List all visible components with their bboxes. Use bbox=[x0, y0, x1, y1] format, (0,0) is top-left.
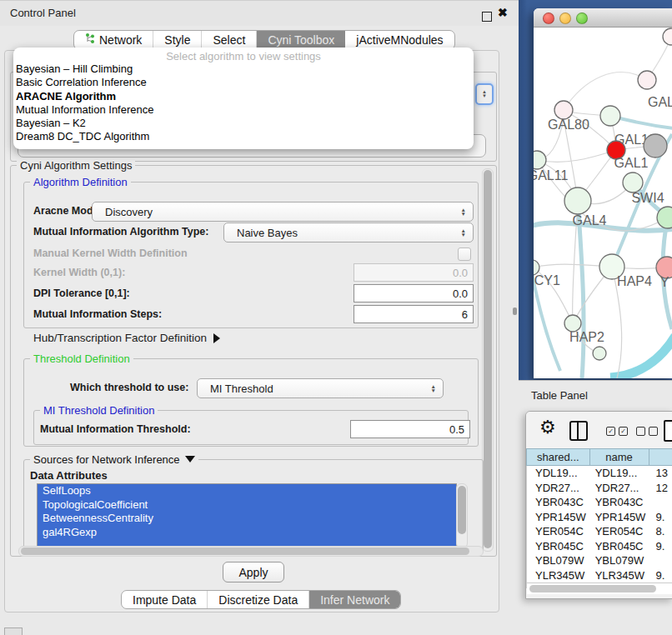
algorithm-option-dream8-dc-tdc-algorithm[interactable]: Dream8 DC_TDC Algorithm bbox=[13, 130, 474, 143]
table-row[interactable]: YDR27...YDR27...12 bbox=[527, 481, 672, 496]
network-node-gal80[interactable] bbox=[554, 101, 573, 119]
close-icon[interactable]: ✖ bbox=[498, 6, 508, 19]
algorithm-option-bayesian-hill-climbing[interactable]: Bayesian – Hill Climbing bbox=[13, 62, 474, 76]
table-row[interactable]: YPR145WYPR145W9. bbox=[527, 510, 672, 525]
algorithm-options-list: Bayesian – Hill ClimbingBasic Correlatio… bbox=[13, 62, 474, 144]
mi-threshold-field[interactable]: 0.5 bbox=[350, 420, 470, 438]
tab-network[interactable]: Network bbox=[74, 31, 153, 49]
algorithm-option-aracne-algorithm[interactable]: ARACNE Algorithm bbox=[13, 90, 474, 103]
mi-algorithm-type-label: Mutual Information Algorithm Type: bbox=[33, 222, 208, 241]
table-row[interactable]: YDL19...YDL19...13 bbox=[527, 466, 672, 481]
settings-horizontal-scrollbar[interactable] bbox=[18, 546, 484, 557]
column-header-name[interactable]: name bbox=[589, 448, 649, 466]
table-row[interactable]: YBR045CYBR045C9. bbox=[527, 539, 672, 554]
network-node[interactable] bbox=[644, 134, 667, 158]
data-attributes-list[interactable]: SelfLoopsTopologicalCoefficientBetweenne… bbox=[37, 483, 457, 548]
table-cell: YLR345W bbox=[590, 569, 649, 582]
subtab-infer-network[interactable]: Infer Network bbox=[309, 591, 400, 608]
settings-vertical-scrollbar[interactable] bbox=[482, 168, 494, 552]
column-header-2[interactable] bbox=[649, 448, 672, 466]
tab-select[interactable]: Select bbox=[202, 31, 257, 49]
minimize-traffic-icon[interactable] bbox=[559, 12, 571, 24]
tab-style[interactable]: Style bbox=[153, 31, 202, 49]
threshold-definition-title: Threshold Definition bbox=[30, 352, 133, 365]
which-threshold-label: Which threshold to use: bbox=[70, 378, 188, 397]
network-icon bbox=[85, 33, 95, 47]
table-row[interactable]: YLR345WYLR345W9. bbox=[527, 568, 672, 583]
subtab-impute-data[interactable]: Impute Data bbox=[122, 591, 208, 608]
kernel-width-label: Kernel Width (0,1): bbox=[33, 263, 125, 282]
expand-right-icon bbox=[213, 333, 220, 343]
screenshot-root: { "control_panel": { "title": "Control P… bbox=[0, 0, 672, 635]
attribute-item-selfloops[interactable]: SelfLoops bbox=[38, 484, 456, 498]
algorithm-dropdown-popup: Select algorithm to view settings Bayesi… bbox=[13, 48, 474, 149]
algorithm-combo-focus-ring[interactable]: ▲▼ bbox=[475, 83, 494, 105]
tab-cyni-toolbox[interactable]: Cyni Toolbox bbox=[257, 31, 345, 49]
table-panel-window: ⚙ ✓✓ shared...name YDL19...YDL19...13YDR… bbox=[525, 411, 672, 599]
table-row[interactable]: YER054CYER054C8. bbox=[527, 524, 672, 539]
select-all-icon[interactable]: ✓✓ bbox=[606, 427, 628, 436]
collapsed-panel-icon[interactable] bbox=[4, 628, 23, 635]
algorithm-option-bayesian-k2[interactable]: Bayesian – K2 bbox=[13, 117, 474, 130]
sources-group-title[interactable]: Sources for Network Inference bbox=[30, 453, 198, 466]
float-panel-icon[interactable] bbox=[482, 12, 492, 22]
data-attributes-label: Data Attributes bbox=[30, 467, 108, 485]
gear-icon[interactable]: ⚙ bbox=[539, 417, 556, 438]
network-node-gal10[interactable] bbox=[600, 106, 620, 126]
kernel-width-field[interactable]: 0.0 bbox=[354, 263, 474, 282]
node-label: GAL1 bbox=[614, 156, 649, 170]
mi-algorithm-type-select[interactable]: Naive Bayes ▲▼ bbox=[223, 222, 474, 242]
attribute-item-topologicalcoefficient[interactable]: TopologicalCoefficient bbox=[38, 498, 456, 512]
hub-definition-toggle[interactable]: Hub/Transcription Factor Definition bbox=[33, 332, 220, 344]
algorithm-definition-title: Algorithm Definition bbox=[30, 176, 131, 188]
mi-threshold-label: Mutual Information Threshold: bbox=[40, 420, 191, 438]
document-icon[interactable] bbox=[664, 420, 672, 442]
deselect-all-icon[interactable] bbox=[636, 427, 658, 436]
aracne-mode-select[interactable]: Discovery ▲▼ bbox=[92, 202, 474, 222]
which-threshold-select[interactable]: MI Threshold ▲▼ bbox=[197, 378, 444, 398]
table-cell: YER054C bbox=[527, 525, 590, 538]
attributes-scrollbar[interactable] bbox=[456, 483, 468, 548]
node-label: GAL4 bbox=[573, 213, 607, 228]
close-traffic-icon[interactable] bbox=[543, 12, 554, 24]
mi-threshold-group-title: MI Threshold Definition bbox=[40, 404, 158, 417]
tab-jactivemnodules[interactable]: jActiveMNodules bbox=[345, 31, 454, 49]
apply-button[interactable]: Apply bbox=[223, 562, 284, 582]
network-nodes: GALGAL80GAL10GAL1GAL11SWI4GAL4GCY1HAP4YH… bbox=[534, 28, 672, 360]
attribute-item-betweennesscentrality[interactable]: BetweennessCentrality bbox=[38, 512, 456, 526]
popup-placeholder: Select algorithm to view settings bbox=[13, 50, 474, 62]
network-node[interactable] bbox=[593, 347, 606, 360]
network-node[interactable] bbox=[663, 28, 672, 45]
network-node-swi4[interactable] bbox=[623, 172, 643, 192]
node-label: GCY1 bbox=[534, 273, 560, 288]
attribute-item-gal4rgexp[interactable]: gal4RGexp bbox=[38, 526, 456, 540]
dpi-tolerance-field[interactable]: 0.0 bbox=[354, 284, 474, 302]
node-label: Y bbox=[660, 275, 669, 289]
panel-divider-grip[interactable] bbox=[513, 308, 517, 315]
column-header-shared[interactable]: shared... bbox=[526, 448, 589, 466]
manual-kernel-width-label: Manual Kernel Width Definition bbox=[33, 244, 188, 262]
table-cell: 13 bbox=[649, 467, 672, 479]
table-horizontal-scrollbar[interactable] bbox=[527, 582, 672, 594]
mi-steps-field[interactable]: 6 bbox=[354, 305, 474, 323]
network-node-gal11[interactable] bbox=[534, 151, 546, 169]
combo-stepper-icon: ▲▼ bbox=[431, 384, 436, 392]
table-cell: YBR045C bbox=[527, 540, 590, 552]
network-window-titlebar[interactable] bbox=[534, 8, 672, 28]
algorithm-option-basic-correlation-inference[interactable]: Basic Correlation Inference bbox=[13, 76, 474, 89]
network-node-gal[interactable] bbox=[638, 71, 656, 89]
table-row[interactable]: YBL079WYBL079W bbox=[527, 553, 672, 568]
network-node-hap2[interactable] bbox=[564, 315, 581, 332]
zoom-traffic-icon[interactable] bbox=[576, 12, 588, 24]
network-canvas[interactable]: GALGAL80GAL10GAL1GAL11SWI4GAL4GCY1HAP4YH… bbox=[534, 28, 672, 378]
node-label: SWI4 bbox=[631, 191, 664, 205]
algorithm-option-mutual-information-inference[interactable]: Mutual Information Inference bbox=[13, 103, 474, 117]
right-workspace: GALGAL80GAL10GAL1GAL11SWI4GAL4GCY1HAP4YH… bbox=[519, 0, 672, 635]
network-node-gal4[interactable] bbox=[564, 188, 591, 214]
subtab-discretize-data[interactable]: Discretize Data bbox=[208, 591, 309, 608]
table-row[interactable]: YBR043CYBR043C bbox=[527, 495, 672, 510]
table-header-row: shared...name bbox=[526, 448, 672, 466]
network-view-window[interactable]: GALGAL80GAL10GAL1GAL11SWI4GAL4GCY1HAP4YH… bbox=[534, 8, 672, 378]
manual-kernel-width-checkbox[interactable] bbox=[458, 248, 471, 261]
split-view-icon[interactable] bbox=[569, 421, 588, 441]
